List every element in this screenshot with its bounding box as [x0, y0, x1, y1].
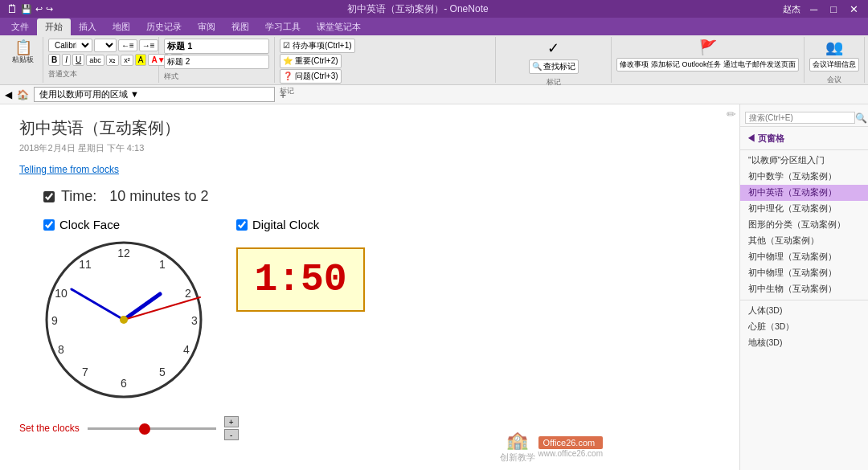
tab-review[interactable]: 审阅	[190, 18, 223, 35]
main-layout: ✏ 初中英语（互动案例） 2018年2月4日 星期日 下午 4:13 Telli…	[0, 104, 868, 470]
ribbon-toolbar: 📋 粘贴板 Calibri 11 ←≡ →≡ B I U abc x₂	[0, 35, 868, 85]
todo-tag[interactable]: ☑ 待办事项(Ctrl+1)	[280, 39, 354, 53]
edit-icon[interactable]: ✏	[727, 108, 736, 121]
window-title: 初中英语（互动案例）- OneNote	[347, 2, 488, 16]
ribbon-section-font: Calibri 11 ←≡ →≡ B I U abc x₂ x² A A▼ ✕ …	[43, 37, 159, 83]
paste-button[interactable]: 📋 粘贴板	[9, 39, 37, 67]
strikethrough-button[interactable]: abc	[86, 55, 104, 66]
styles-section-label: 样式	[164, 70, 269, 82]
svg-text:5: 5	[159, 366, 166, 378]
svg-text:12: 12	[117, 247, 130, 260]
italic-button[interactable]: I	[62, 54, 71, 66]
slider-plus-button[interactable]: +	[224, 416, 239, 427]
sidebar-item-english[interactable]: 初中英语（互动案例）	[740, 185, 868, 201]
font-size-select[interactable]: 11	[94, 39, 117, 52]
font-row2: B I U abc x₂ x² A A▼ ✕	[48, 54, 154, 66]
svg-text:2: 2	[185, 287, 191, 300]
bold-button[interactable]: B	[48, 54, 60, 66]
sidebar-item-physics2[interactable]: 初中物理（互动案例）	[740, 265, 868, 281]
page-meta: 2018年2月4日 星期日 下午 4:13	[19, 142, 720, 154]
sidebar-item-earth3d[interactable]: 地核(3D)	[740, 335, 868, 351]
title-bar-left: 🗒 💾 ↩ ↪	[6, 2, 53, 15]
page-title: 初中英语（互动案例）	[19, 117, 720, 139]
sidebar-search-icon[interactable]: 🔍	[855, 112, 867, 124]
time-label-text: Time:	[61, 188, 96, 205]
increase-indent[interactable]: →≡	[139, 39, 158, 51]
email-page-button[interactable]: 修改事项 添加标记 Outlook任务 通过电子邮件发送页面	[616, 58, 799, 72]
flag-icon: 🚩	[699, 39, 717, 56]
digital-section: Digital Clock 1:50	[236, 218, 365, 312]
slider-minus-button[interactable]: -	[224, 429, 239, 440]
tab-map[interactable]: 地图	[104, 18, 138, 35]
important-tag[interactable]: ⭐ 重要(Ctrl+2)	[280, 54, 341, 68]
sidebar-item-geometry[interactable]: 图形的分类（互动案例）	[740, 217, 868, 233]
sidebar-item-chemistry[interactable]: 初中理化（互动案例）	[740, 201, 868, 217]
svg-text:8: 8	[58, 343, 64, 356]
sidebar-item-physics1[interactable]: 初中物理（互动案例）	[740, 249, 868, 265]
meeting-section-label: 会议	[827, 73, 841, 85]
address-input[interactable]: 使用以数师可用的区域 ▼	[34, 87, 275, 102]
superscript-button[interactable]: x²	[121, 55, 133, 66]
page-link[interactable]: Telling time from clocks	[19, 164, 720, 175]
right-sidebar: 🔍 ◀ 页窗格 "以教师"分区组入门 初中数学（互动案例） 初中英语（互动案例）…	[739, 104, 868, 470]
maximize-button[interactable]: □	[827, 3, 840, 15]
question-tag[interactable]: ❓ 问题(Ctrl+3)	[280, 69, 341, 84]
watermark-office-box: Office26.com	[538, 436, 603, 449]
ribbon-section-tags: ☑ 待办事项(Ctrl+1) ⭐ 重要(Ctrl+2) ❓ 问题(Ctrl+3)…	[275, 37, 496, 83]
undo-icon[interactable]: ↩	[35, 4, 43, 14]
ribbon-section-email: 🚩 修改事项 添加标记 Outlook任务 通过电子邮件发送页面	[612, 37, 805, 83]
highlight-button[interactable]: A	[135, 54, 147, 66]
close-button[interactable]: ✕	[846, 3, 862, 15]
heading1-button[interactable]: 标题 1	[164, 39, 269, 54]
subscript-button[interactable]: x₂	[106, 55, 120, 66]
sidebar-title: ◀ 页窗格	[740, 130, 868, 147]
tab-home[interactable]: 开始	[37, 18, 71, 35]
redo-icon[interactable]: ↪	[46, 4, 53, 14]
meeting-details-button[interactable]: 会议详细信息	[809, 58, 859, 72]
tab-insert[interactable]: 插入	[71, 18, 104, 35]
decrease-indent[interactable]: ←≡	[118, 39, 137, 51]
time-checkbox[interactable]	[43, 191, 55, 202]
nav-back-icon[interactable]: ◀	[5, 89, 12, 100]
slider-buttons: + -	[224, 416, 239, 440]
sidebar-item-other[interactable]: 其他（互动案例）	[740, 233, 868, 249]
user-name: 赵杰	[783, 3, 800, 15]
mark-read-button[interactable]: ✓	[545, 39, 562, 58]
tab-classroom[interactable]: 课堂笔记本	[309, 18, 369, 35]
tab-file[interactable]: 文件	[3, 18, 37, 35]
svg-text:3: 3	[191, 314, 198, 327]
ribbon-section-styles: 标题 1 标题 2 样式	[159, 37, 275, 83]
sidebar-item-heart3d[interactable]: 心脏（3D）	[740, 319, 868, 335]
sidebar-item-math[interactable]: 初中数学（互动案例）	[740, 169, 868, 185]
nav-home-icon[interactable]: 🏠	[17, 89, 29, 100]
font-section-label: 普通文本	[48, 67, 154, 80]
tag-row1: ☑ 待办事项(Ctrl+1)	[280, 39, 354, 53]
svg-text:6: 6	[121, 377, 127, 390]
content-area: ✏ 初中英语（互动案例） 2018年2月4日 星期日 下午 4:13 Telli…	[0, 104, 739, 470]
sidebar-item-biology[interactable]: 初中生物（互动案例）	[740, 281, 868, 297]
svg-text:4: 4	[183, 343, 190, 356]
sidebar-item-body3d[interactable]: 人体(3D)	[740, 303, 868, 319]
tab-view[interactable]: 视图	[223, 18, 257, 35]
quick-save-icon[interactable]: 💾	[21, 4, 32, 14]
clock-face-checkbox[interactable]	[43, 219, 55, 231]
add-page-button[interactable]: +	[280, 88, 286, 101]
digital-clock-label: Digital Clock	[236, 218, 319, 231]
slider-thumb[interactable]	[139, 423, 150, 435]
heading2-button[interactable]: 标题 2	[164, 55, 269, 69]
underline-button[interactable]: U	[72, 54, 84, 66]
ribbon-section-meeting: 👥 会议详细信息 会议	[805, 37, 865, 83]
minimize-button[interactable]: ─	[807, 3, 821, 15]
find-tags-button[interactable]: 🔍 查找标记	[529, 59, 579, 74]
tags-section-label: 标记	[280, 84, 354, 96]
tab-learning[interactable]: 学习工具	[257, 18, 309, 35]
sidebar-item-teacher[interactable]: "以教师"分区组入门	[740, 153, 868, 169]
font-family-select[interactable]: Calibri	[48, 39, 92, 52]
address-bar: ◀ 🏠 使用以数师可用的区域 ▼ +	[0, 85, 868, 104]
watermark-text2: Office26.com	[543, 438, 596, 448]
tab-history[interactable]: 历史记录	[138, 18, 190, 35]
analog-section: Clock Face 12 1 2 3 4	[43, 218, 204, 400]
slider-track[interactable]	[88, 427, 216, 430]
sidebar-search-input[interactable]	[745, 112, 855, 124]
digital-clock-checkbox[interactable]	[236, 219, 248, 231]
